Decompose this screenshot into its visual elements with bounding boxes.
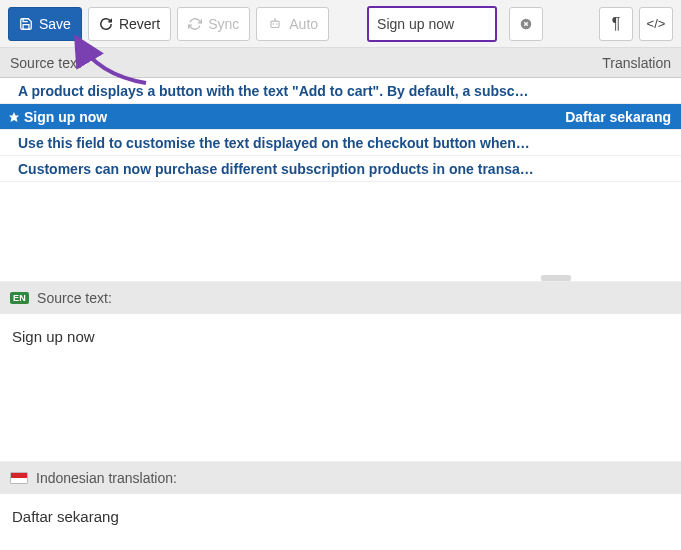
row-source: A product displays a button with the tex…	[18, 83, 671, 99]
flag-icon	[10, 472, 28, 484]
list-item[interactable]: Use this field to customise the text dis…	[0, 130, 681, 156]
column-source: Source text	[10, 55, 602, 71]
revert-icon	[99, 17, 113, 31]
sync-label: Sync	[208, 16, 239, 32]
row-source: Sign up now	[24, 109, 565, 125]
revert-button[interactable]: Revert	[88, 7, 171, 41]
search-input[interactable]	[377, 16, 487, 32]
row-source: Use this field to customise the text dis…	[18, 135, 671, 151]
pilcrow-icon: ¶	[612, 15, 621, 33]
svg-rect-0	[271, 21, 279, 27]
source-panel-header: EN Source text:	[0, 282, 681, 314]
source-panel-body: Sign up now	[0, 314, 681, 462]
translation-panel-label: Indonesian translation:	[36, 470, 177, 486]
list-item-selected[interactable]: Sign up now Daftar sekarang	[0, 104, 681, 130]
code-icon: </>	[647, 16, 666, 31]
lang-badge-en: EN	[10, 292, 29, 304]
translation-panel-body[interactable]: Daftar sekarang	[0, 494, 681, 544]
robot-icon	[267, 17, 283, 31]
svg-point-4	[275, 18, 276, 19]
save-icon	[19, 17, 33, 31]
list-item[interactable]: A product displays a button with the tex…	[0, 78, 681, 104]
translation-text-value: Daftar sekarang	[12, 508, 119, 525]
pilcrow-button[interactable]: ¶	[599, 7, 633, 41]
svg-marker-8	[9, 112, 19, 122]
resize-handle[interactable]	[541, 275, 571, 281]
code-button[interactable]: </>	[639, 7, 673, 41]
search-wrap	[367, 6, 497, 42]
auto-label: Auto	[289, 16, 318, 32]
source-text-value: Sign up now	[12, 328, 95, 345]
column-headers: Source text Translation	[0, 48, 681, 78]
clear-search-button[interactable]	[509, 7, 543, 41]
row-translation: Daftar sekarang	[565, 109, 671, 125]
save-button[interactable]: Save	[8, 7, 82, 41]
source-panel-label: Source text:	[37, 290, 112, 306]
svg-point-2	[276, 23, 278, 25]
list-empty-area	[0, 182, 681, 282]
sync-icon	[188, 17, 202, 31]
svg-point-1	[273, 23, 275, 25]
toolbar: Save Revert Sync Auto ¶ </>	[0, 0, 681, 48]
auto-button[interactable]: Auto	[256, 7, 329, 41]
clear-icon	[519, 17, 533, 31]
revert-label: Revert	[119, 16, 160, 32]
row-source: Customers can now purchase different sub…	[18, 161, 671, 177]
save-label: Save	[39, 16, 71, 32]
list-item[interactable]: Customers can now purchase different sub…	[0, 156, 681, 182]
string-list: A product displays a button with the tex…	[0, 78, 681, 282]
translation-panel-header: Indonesian translation:	[0, 462, 681, 494]
column-translation: Translation	[602, 55, 671, 71]
sync-button[interactable]: Sync	[177, 7, 250, 41]
star-icon	[8, 111, 20, 123]
